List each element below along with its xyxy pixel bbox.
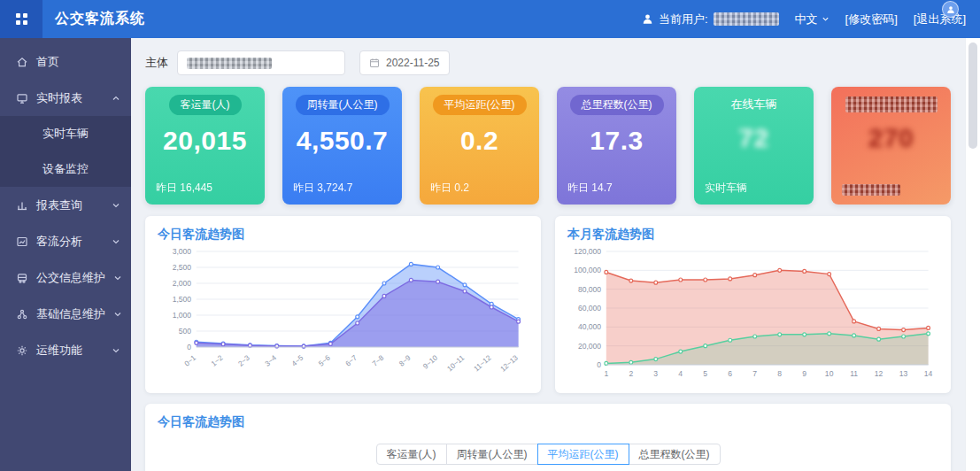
- svg-text:2,500: 2,500: [173, 263, 192, 272]
- chevron-down-icon: [113, 310, 122, 319]
- sidebar-item-passenger-analysis[interactable]: 客流分析: [0, 223, 131, 259]
- scrollbar-track[interactable]: [965, 38, 980, 471]
- bar-chart-icon: [16, 199, 28, 212]
- svg-text:60,000: 60,000: [578, 304, 601, 313]
- stat-card-total-mileage: 总里程数(公里) 17.3 昨日 14.7: [557, 87, 676, 205]
- svg-text:13: 13: [899, 369, 908, 378]
- stat-footer: 昨日 14.7: [567, 181, 613, 196]
- app-title: 公交客流系统: [55, 10, 145, 28]
- scrollbar-thumb[interactable]: [968, 42, 977, 149]
- chevron-down-icon: [112, 237, 120, 246]
- svg-text:100,000: 100,000: [574, 266, 601, 274]
- svg-text:2: 2: [629, 369, 633, 378]
- change-password-button[interactable]: [修改密码]: [845, 12, 898, 27]
- stat-badge: 客运量(人): [169, 95, 242, 115]
- chevron-down-icon: [822, 15, 830, 23]
- stat-value: 0.2: [420, 126, 539, 156]
- nodes-icon: [16, 308, 28, 320]
- svg-text:6: 6: [728, 369, 732, 378]
- svg-text:11~12: 11~12: [472, 352, 492, 373]
- svg-text:3~4: 3~4: [263, 352, 278, 367]
- sidebar-item-report-query[interactable]: 报表查询: [0, 187, 131, 223]
- month-trend-chart: 020,00040,00060,00080,000100,000120,0001…: [567, 244, 938, 384]
- tab-passenger-volume[interactable]: 客运量(人): [376, 444, 447, 465]
- sidebar-item-label: 运维功能: [36, 343, 104, 359]
- svg-text:0: 0: [597, 360, 601, 369]
- stat-badge: 周转量(人公里): [296, 95, 390, 115]
- svg-text:2~3: 2~3: [236, 352, 251, 367]
- app-menu-button[interactable]: [0, 0, 42, 38]
- sidebar-item-label: 首页: [36, 54, 120, 70]
- top-navbar: 公交客流系统 当前用户: 中文 [修改密码] [退出系统]: [0, 0, 980, 38]
- avatar[interactable]: [942, 1, 959, 18]
- panel-title: 今日客流趋势图: [158, 227, 529, 243]
- svg-text:20,000: 20,000: [578, 341, 601, 350]
- svg-text:2,000: 2,000: [173, 279, 192, 288]
- svg-text:4~5: 4~5: [290, 352, 305, 367]
- svg-text:10~11: 10~11: [445, 352, 466, 373]
- sidebar-item-device-monitoring[interactable]: 设备监控: [0, 151, 131, 187]
- chevron-down-icon: [113, 274, 122, 282]
- svg-text:8~9: 8~9: [397, 352, 413, 367]
- language-label: 中文: [795, 12, 818, 27]
- chevron-down-icon: [112, 346, 120, 355]
- stat-value: 4,550.7: [282, 126, 402, 156]
- panel-title: 今日客流趋势图: [158, 414, 938, 430]
- stat-footer: 昨日 16,445: [156, 181, 212, 196]
- metric-tab-group: 客运量(人) 周转量(人公里) 平均运距(公里) 总里程数(公里): [158, 444, 938, 465]
- svg-text:11: 11: [850, 369, 858, 378]
- stat-footer: 实时车辆: [705, 181, 747, 196]
- subject-input[interactable]: [177, 50, 345, 75]
- panel-today-trend-bottom: 今日客流趋势图 客运量(人) 周转量(人公里) 平均运距(公里) 总里程数(公里…: [145, 404, 951, 471]
- svg-text:120,000: 120,000: [574, 247, 601, 256]
- sidebar-item-realtime-vehicles[interactable]: 实时车辆: [0, 116, 131, 151]
- svg-text:3: 3: [653, 369, 658, 378]
- svg-text:500: 500: [179, 327, 191, 336]
- panel-today-trend: 今日客流趋势图 05001,0001,5002,0002,5003,0000~1…: [145, 216, 541, 393]
- svg-text:7: 7: [752, 369, 757, 378]
- sidebar-item-bus-info-maintenance[interactable]: 公交信息维护: [0, 259, 131, 296]
- sidebar-item-home[interactable]: 首页: [0, 43, 131, 80]
- stat-footer: 昨日 3,724.7: [293, 181, 352, 196]
- tab-avg-distance[interactable]: 平均运距(公里): [537, 444, 629, 465]
- date-picker[interactable]: 2022-11-25: [359, 50, 450, 75]
- svg-text:12: 12: [875, 369, 884, 378]
- svg-text:1,500: 1,500: [173, 295, 192, 304]
- svg-text:1~2: 1~2: [210, 352, 225, 367]
- stat-value-pixelated: 270: [831, 123, 951, 153]
- panel-title: 本月客流趋势图: [567, 227, 938, 243]
- stat-value-pixelated: 72: [694, 123, 814, 153]
- stat-value: 20,015: [145, 126, 265, 156]
- user-icon: [642, 13, 653, 25]
- stat-badge: 总里程数(公里): [570, 95, 664, 115]
- sidebar-item-label: 客流分析: [36, 234, 104, 250]
- stat-card-passenger-volume: 客运量(人) 20,015 昨日 16,445: [145, 87, 265, 205]
- tab-turnover[interactable]: 周转量(人公里): [446, 444, 538, 465]
- sidebar-item-label: 基础信息维护: [36, 306, 105, 322]
- sidebar-item-basic-info-maintenance[interactable]: 基础信息维护: [0, 296, 131, 332]
- sidebar-item-realtime-reports[interactable]: 实时报表: [0, 80, 131, 116]
- stat-footer-redacted: [842, 184, 900, 196]
- stat-title: 在线车辆: [694, 97, 814, 112]
- stat-footer: 昨日 0.2: [430, 181, 469, 196]
- stat-card-online-vehicles: 在线车辆 72 实时车辆: [694, 87, 814, 205]
- panel-month-trend: 本月客流趋势图 020,00040,00060,00080,000100,000…: [555, 216, 951, 393]
- subject-label: 主体: [145, 55, 168, 71]
- logout-button[interactable]: [退出系统]: [914, 12, 966, 27]
- sidebar-item-label: 实时报表: [36, 90, 104, 106]
- sidebar-item-ops-functions[interactable]: 运维功能: [0, 332, 131, 368]
- main-content: 主体 2022-11-25 客运量(人) 20,015 昨日 16,445 周转…: [131, 38, 965, 471]
- home-icon: [16, 56, 28, 68]
- tab-total-mileage[interactable]: 总里程数(公里): [629, 444, 721, 465]
- line-chart-icon: [16, 236, 28, 248]
- svg-text:1,000: 1,000: [173, 311, 192, 320]
- sidebar-item-label: 公交信息维护: [36, 270, 105, 286]
- stat-card-redacted: 270: [831, 87, 951, 205]
- chevron-up-icon: [112, 94, 120, 103]
- language-dropdown[interactable]: 中文: [795, 12, 830, 27]
- date-value: 2022-11-25: [386, 57, 440, 69]
- stat-badge: 平均运距(公里): [433, 95, 527, 115]
- svg-text:4: 4: [678, 369, 683, 378]
- grid-icon: [16, 13, 27, 25]
- svg-text:40,000: 40,000: [578, 322, 601, 331]
